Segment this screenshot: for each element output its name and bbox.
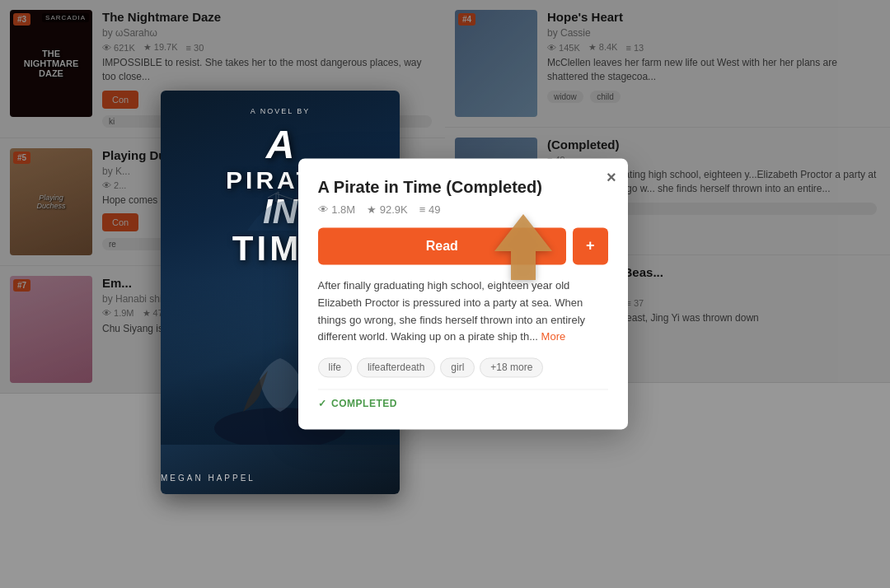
completed-badge: ✓ COMPLETED	[318, 390, 608, 410]
tag-girl[interactable]: girl	[440, 358, 475, 378]
tag-more[interactable]: +18 more	[480, 358, 543, 378]
tag-lifeafterdeath[interactable]: lifeafterdeath	[357, 358, 435, 378]
chapters-stat: ≡ 49	[419, 203, 441, 216]
cover-subtitle: A NOVEL BY	[251, 107, 311, 115]
modal-close-button[interactable]: ×	[607, 168, 616, 187]
check-icon: ✓	[318, 399, 327, 410]
modal-tags: life lifeafterdeath girl +18 more	[318, 358, 608, 378]
modal-buttons: Read +	[318, 227, 608, 264]
svg-marker-1	[494, 214, 552, 280]
stars-stat: ★ 92.9K	[367, 203, 408, 216]
modal-stats: 👁 1.8M ★ 92.9K ≡ 49	[318, 203, 608, 216]
views-stat: 👁 1.8M	[318, 203, 356, 216]
modal-title: A Pirate in Time (Completed)	[318, 178, 608, 197]
more-link[interactable]: More	[541, 331, 566, 343]
modal-description: After finally graduating high school, ei…	[318, 278, 608, 346]
cover-author: MEGAN HAPPEL	[161, 474, 255, 483]
cover-title-a: A	[266, 125, 295, 165]
book-detail-modal: × A Pirate in Time (Completed) 👁 1.8M ★ …	[298, 158, 628, 429]
tag-life[interactable]: life	[318, 358, 352, 378]
add-to-library-button[interactable]: +	[573, 227, 608, 264]
